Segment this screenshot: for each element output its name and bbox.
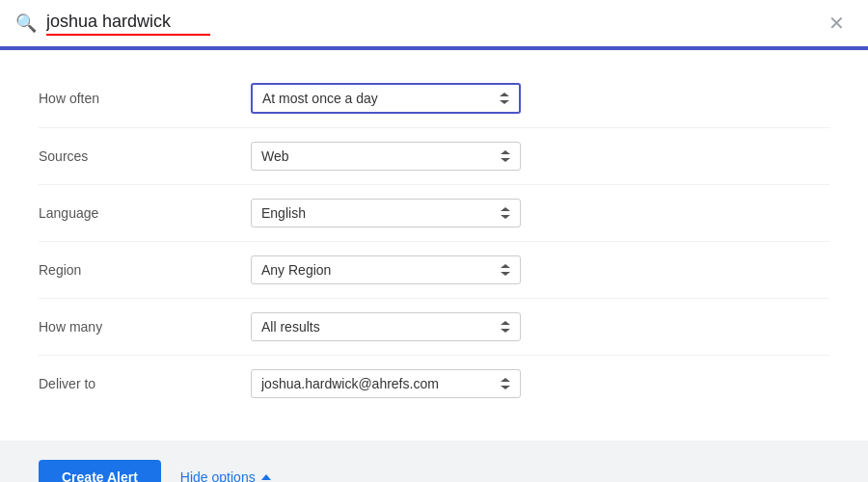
chevron-up-icon	[261, 474, 271, 480]
how-many-label: How many	[39, 319, 251, 335]
hide-options-label: Hide options	[180, 469, 256, 482]
language-row: Language Any Language English French Ger…	[39, 185, 829, 242]
deliver-to-row: Deliver to joshua.hardwick@ahrefs.com	[39, 356, 829, 412]
sources-select[interactable]: Automatic Web News Blogs Video Books Dis…	[251, 142, 521, 171]
sources-row: Sources Automatic Web News Blogs Video B…	[39, 128, 829, 185]
sources-label: Sources	[39, 148, 251, 164]
search-icon: 🔍	[15, 13, 37, 34]
search-input-container	[46, 12, 811, 36]
how-often-select[interactable]: At most once a day At most once a week A…	[251, 83, 521, 114]
search-bar: 🔍 ✕	[0, 0, 868, 50]
search-input[interactable]	[46, 12, 811, 32]
create-alert-button[interactable]: Create Alert	[39, 460, 161, 482]
footer: Create Alert Hide options	[0, 441, 868, 482]
region-row: Region Any Region United States United K…	[39, 242, 829, 299]
how-often-label: How often	[39, 91, 251, 106]
deliver-to-select[interactable]: joshua.hardwick@ahrefs.com	[251, 369, 521, 398]
deliver-to-label: Deliver to	[39, 376, 251, 391]
how-often-row: How often At most once a day At most onc…	[39, 69, 829, 128]
search-underline	[46, 34, 210, 36]
close-button[interactable]: ✕	[821, 10, 853, 37]
language-label: Language	[39, 205, 251, 221]
language-select[interactable]: Any Language English French German Spani…	[251, 199, 521, 228]
options-panel: How often At most once a day At most onc…	[0, 50, 868, 441]
how-many-row: How many All results Only the best resul…	[39, 299, 829, 356]
hide-options-button[interactable]: Hide options	[180, 469, 271, 482]
how-many-select[interactable]: All results Only the best results	[251, 312, 521, 341]
region-select[interactable]: Any Region United States United Kingdom …	[251, 255, 521, 284]
region-label: Region	[39, 262, 251, 278]
